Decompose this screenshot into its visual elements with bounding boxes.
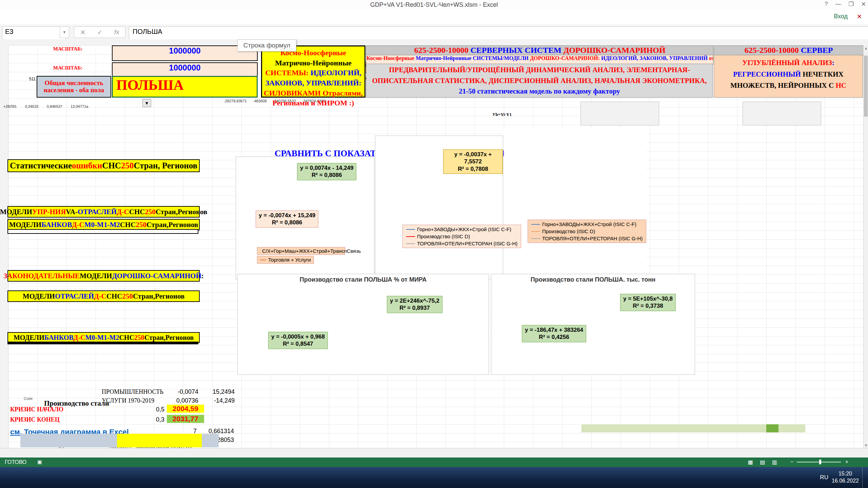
macro-record-icon[interactable]: ▣ (37, 459, 42, 465)
chart2-legend: Горно+ЗАВОДЫ+ЖКХ+Строй (ISIC C-F) Произв… (402, 225, 521, 248)
banner-bank-models: МОДЕЛИ БАНКОВ Д-С M0-M1-M2 СНС 250 Стран… (7, 219, 200, 230)
column-headers[interactable] (0, 39, 868, 46)
taskbar[interactable]: RU 15:2016.06.2022 (0, 467, 868, 488)
chart5-title: Производство стали ПОЛЬША. тыс. тонн (491, 276, 695, 283)
ribbon-tabs (0, 10, 868, 25)
show-desktop-button[interactable] (862, 467, 865, 488)
vertical-scrollbar[interactable]: ▲ ▼ (863, 45, 868, 448)
chart-industry-shares[interactable]: у = -0,0037x + 7,5572R² = 0,7808 Горно+З… (375, 136, 503, 279)
deep-analysis-block: УГЛУБЛЁННЫЙ АНАЛИЗ: РЕГРЕССИОННЫЙ НЕЧЕТК… (714, 55, 863, 98)
uslugi-v2: -14,249 (201, 397, 235, 404)
scroll-thumb (864, 56, 868, 117)
banner-zakon: ЗАКОНОДАТЕЛЬНЫЕ МОДЕЛИ ДОРОШКО-САМАРИНОЙ… (7, 270, 200, 282)
scale-label-1: МАСШТАБ: (37, 46, 98, 54)
excel-window: GDP+VA V1-Red01-SVL-Чел+WS.xlsm - Excel … (0, 0, 868, 488)
population-label-cell[interactable]: Общая численность населения - оба пола (37, 76, 111, 98)
cancel-icon[interactable]: ✕ (80, 28, 85, 36)
fx-icon[interactable]: fx (114, 28, 119, 36)
cosmo-yellow-block: Космо-Ноосферные Матрично-Нейронные СИСТ… (261, 45, 366, 98)
chart1-eq-up: у = 0,0074x - 14,249R² = 0,8086 (297, 163, 356, 180)
title-bar: GDP+VA V1-Red01-SVL-Чел+WS.xlsm - Excel … (0, 0, 868, 11)
crisis-end-value[interactable]: 2031,77 (167, 415, 204, 423)
formula-input[interactable]: ПОЛЬША (129, 26, 868, 40)
scale-label-2: МАСШТАБ: (37, 65, 98, 73)
ribbon-close-icon[interactable]: ✕ (857, 13, 862, 20)
prom-v1: -0,0074 (166, 388, 198, 395)
selected-country-cell[interactable]: ПОЛЬША (112, 76, 258, 98)
uslugi-v1: 0,00736 (166, 397, 198, 404)
zoom-out-icon[interactable]: − (790, 459, 793, 465)
banner-va-models: МОДЕЛИ УПР-НИЯ VA-ОТРАСЛЕЙ Д-С СНС 250 С… (7, 206, 200, 218)
analysis-block: ПРЕДВАРИТЕЛЬНЫЙ/УПРОЩЁННЫЙ ДИНАМИЧЕСКИЙ … (366, 64, 713, 98)
crisis-end-k: 0,3 (146, 416, 164, 423)
tiny-values-row1: -28278,83671 -483608 -340296,5532 -34782… (224, 99, 488, 103)
stat-errors-title: Статистические ошибки СНС 250 Стран, Рег… (7, 159, 200, 172)
help-icon[interactable]: ? (825, 1, 828, 8)
formula-buttons[interactable]: ✕ ✓ fx (74, 26, 125, 38)
crisis-start-k: 0,5 (146, 406, 164, 413)
chart3-legend: Горно+ЗАВОДЫ+ЖКХ+Строй (ISIC C-F) Произв… (528, 220, 646, 243)
name-box-dropdown-icon[interactable]: ▾ (60, 26, 69, 38)
zoom-slider[interactable] (797, 462, 841, 463)
scale-value-1[interactable]: 1000000 (112, 45, 258, 61)
view-mode-icons[interactable]: ▦ ▤ ▥ (748, 459, 780, 465)
scroll-up-icon: ▲ (864, 46, 868, 50)
scroll-down-icon: ▼ (864, 443, 868, 447)
sheet-tab-bar[interactable] (0, 448, 868, 458)
chart-steel-share[interactable]: Производство стали ПОЛЬША % от МИРА у = … (237, 274, 489, 375)
cosmo-strip: Космо-Ноосферные Матрично-Нейронные СИСТ… (366, 55, 713, 64)
minimize-icon[interactable]: — (835, 1, 841, 8)
ready-indicator: ГОТОВО (5, 459, 26, 465)
id-small-cell[interactable]: 511 (20, 77, 36, 83)
steel-empty-yellow (117, 434, 202, 447)
chart-gdp-shares[interactable]: Горно+ЗАВОДЫ+ЖКХ+Строй (ISIC C-F) Произв… (504, 129, 646, 274)
green-strip-1-mark (766, 424, 778, 432)
scale-value-2[interactable]: 1000000 (112, 62, 258, 77)
formula-bar-tooltip: Строка формул (237, 39, 296, 52)
close-icon[interactable]: ✕ (861, 1, 866, 8)
chart-va-shares[interactable]: у = 0,0074x - 14,249R² = 0,8086 у = -0,0… (236, 157, 374, 279)
window-title: GDP+VA V1-Red01-SVL-Чел+WS.xlsm - Excel (0, 1, 868, 8)
language-indicator[interactable]: RU (820, 474, 828, 481)
chart4-eq-power: у = 2E+246x^-75,2R² = 0,8937 (387, 296, 442, 313)
servers-header: 625-2500-10000 СЕРВЕРНЫХ СИСТЕМ ДОРОШКО-… (366, 45, 713, 56)
restore-icon[interactable]: ❐ (849, 1, 854, 8)
banner-otrasl: МОДЕЛИ ОТРАСЛЕЙ Д-С СНС 250 Стран,Регион… (7, 290, 200, 302)
chart1-eq-down: у = -0,0074x + 15,249R² = 0,8086 (256, 210, 318, 228)
name-box[interactable]: E3 (2, 26, 66, 40)
chart5-eq-linear: у = -186,47x + 383264R² = 0,4256 (522, 325, 586, 342)
enter-icon[interactable]: ✓ (97, 28, 103, 36)
legend-swatch (260, 260, 266, 260)
years-strip-1 (580, 102, 659, 125)
window-controls[interactable]: ? — ❐ ✕ (825, 1, 866, 8)
steel-code-label: Code (24, 396, 33, 401)
crisis-start-value[interactable]: 2004,59 (167, 405, 204, 413)
empty-strip (7, 229, 198, 234)
chart1-legend: С/Х+Гор+Маш+ЖКХ+Строй+ТранспСвязь Торгов… (257, 247, 345, 264)
years-strip-2 (743, 102, 821, 125)
chart-steel-tonnes[interactable]: Производство стали ПОЛЬША. тыс. тонн у =… (491, 274, 695, 375)
system-tray[interactable]: RU 15:2016.06.2022 (816, 467, 865, 488)
clock: 15:2016.06.2022 (832, 470, 859, 485)
sign-in-link[interactable]: Вход (834, 13, 848, 20)
chart4-title: Производство стали ПОЛЬША % от МИРА (238, 276, 489, 283)
chart5-eq-power: у = 5E+105x^-30,8R² = 0,3738 (620, 294, 676, 311)
zoom-in-icon[interactable]: + (845, 459, 848, 465)
formula-bar: E3 ▾ ✕ ✓ fx ПОЛЬША (0, 24, 868, 40)
yh-header: Уh=Yi-Y1 (492, 112, 523, 124)
servers-header-right: 625-2500-10000 СЕРВЕР (714, 45, 864, 56)
status-bar: ГОТОВО ▣ ▦ ▤ ▥ − + (0, 458, 868, 467)
prom-v2: 15,2494 (201, 388, 235, 395)
chart2-eq: у = -0,0037x + 7,5572R² = 0,7808 (443, 149, 503, 174)
divider-bar (7, 342, 198, 344)
zoom-slider-handle[interactable] (819, 460, 821, 464)
steel-title: Производство стали (44, 399, 109, 408)
crisis-end-label: КРИЗИС КОНЕЦ (10, 416, 98, 423)
chart4-eq-linear: у = -0,0005x + 0,968R² = 0,8547 (268, 332, 328, 349)
